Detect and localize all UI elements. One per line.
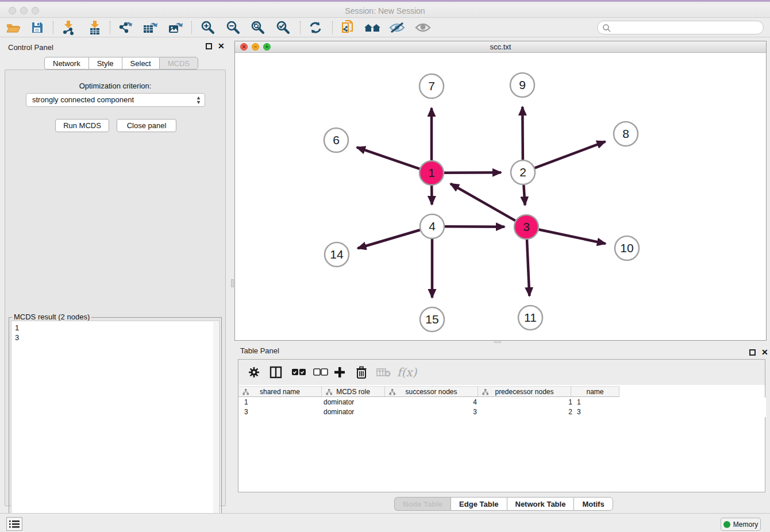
open-file-icon[interactable] xyxy=(5,20,22,36)
tab-select[interactable]: Select xyxy=(122,57,159,70)
network-window-titlebar[interactable]: × − + scc.txt xyxy=(235,41,766,53)
close-panel-icon[interactable]: ✕ xyxy=(218,43,225,49)
network-graph-canvas[interactable]: 7968124314101511 xyxy=(235,53,766,341)
table-row[interactable]: 1 dominator 4 1 1 xyxy=(238,398,766,407)
tab-network-table[interactable]: Network Table xyxy=(507,497,574,511)
mcds-result-fieldset: MCDS result (2 nodes) 1 3 xyxy=(9,317,222,532)
search-input[interactable] xyxy=(614,22,757,33)
toggle-column-view-icon[interactable] xyxy=(270,364,282,380)
toolbar-separator xyxy=(110,21,110,34)
cell-predecessor-nodes[interactable]: 1 xyxy=(479,398,572,407)
graph-edge-1-6[interactable] xyxy=(357,147,419,169)
run-mcds-button[interactable]: Run MCDS xyxy=(55,119,109,132)
result-line: 1 xyxy=(15,323,219,333)
unselect-all-columns-icon[interactable] xyxy=(313,364,328,380)
tab-network[interactable]: Network xyxy=(44,57,88,70)
graph-edge-4-3[interactable] xyxy=(445,226,505,227)
function-builder-icon[interactable]: f(x) xyxy=(397,364,417,380)
graph-node-label: 3 xyxy=(523,220,530,233)
tab-node-table[interactable]: Node Table xyxy=(394,497,451,511)
cell-name[interactable]: 3 xyxy=(577,407,581,417)
column-header-shared-name[interactable]: shared name xyxy=(238,386,322,397)
save-session-icon[interactable] xyxy=(29,20,46,36)
table-toolbar: f(x) xyxy=(238,360,765,385)
memory-button[interactable]: Memory xyxy=(721,518,761,531)
vertical-splitter[interactable] xyxy=(230,37,234,513)
sort-icon[interactable] xyxy=(326,389,332,395)
column-header-name[interactable]: name xyxy=(571,386,619,397)
delete-column-trash-icon[interactable] xyxy=(356,364,367,380)
table-panel-tabs: Node Table Edge Table Network Table Moti… xyxy=(394,497,613,511)
task-history-button[interactable] xyxy=(6,517,22,531)
control-panel-tabs: Network Style Select MCDS xyxy=(44,57,198,70)
close-panel-icon[interactable]: ✕ xyxy=(761,349,768,356)
splitter-grip[interactable] xyxy=(231,279,234,287)
float-panel-icon[interactable] xyxy=(206,43,212,49)
control-panel-buttons: ✕ xyxy=(206,43,225,49)
show-all-icon[interactable] xyxy=(414,20,432,36)
import-network-icon[interactable] xyxy=(60,20,77,36)
zoom-fit-icon[interactable] xyxy=(249,20,267,36)
cell-shared-name[interactable]: 1 xyxy=(244,398,248,407)
hide-selected-icon[interactable] xyxy=(388,20,406,36)
zoom-out-icon[interactable] xyxy=(225,20,242,36)
float-panel-icon[interactable] xyxy=(749,349,756,356)
sort-icon[interactable] xyxy=(389,389,395,395)
cell-mcds-role[interactable]: dominator xyxy=(324,398,354,407)
graph-edge-2-8[interactable] xyxy=(535,141,606,168)
toolbar-separator xyxy=(332,21,333,34)
delete-table-icon[interactable] xyxy=(376,364,391,380)
graph-edge-3-1[interactable] xyxy=(451,184,515,221)
tab-edge-table[interactable]: Edge Table xyxy=(451,497,506,511)
refresh-icon[interactable] xyxy=(307,20,324,36)
tab-motifs[interactable]: Motifs xyxy=(573,497,613,511)
zoom-selected-icon[interactable] xyxy=(275,20,292,36)
criterion-dropdown[interactable]: strongly connected component ▲▼ xyxy=(26,93,205,107)
dropdown-stepper-icon: ▲▼ xyxy=(196,95,201,105)
tab-mcds[interactable]: MCDS xyxy=(159,57,198,70)
table-row[interactable]: 3 dominator 3 2 3 xyxy=(238,407,766,417)
copy-network-icon[interactable] xyxy=(339,20,356,36)
export-table-icon[interactable] xyxy=(141,20,159,36)
cell-successor-nodes[interactable]: 4 xyxy=(385,398,477,407)
search-box[interactable] xyxy=(597,21,764,34)
column-header-predecessor-nodes[interactable]: predecessor nodes xyxy=(478,386,571,397)
table-settings-gear-icon[interactable] xyxy=(248,364,260,380)
cell-successor-nodes[interactable]: 3 xyxy=(385,407,477,417)
first-neighbors-icon[interactable] xyxy=(363,20,380,36)
export-image-icon[interactable] xyxy=(167,20,184,36)
table-panel-buttons: ✕ xyxy=(749,349,768,356)
cell-shared-name[interactable]: 3 xyxy=(244,407,248,417)
network-view-window: × − + scc.txt 7968124314101511 xyxy=(234,41,767,341)
sort-icon[interactable] xyxy=(482,389,488,395)
close-panel-button[interactable]: Close panel xyxy=(117,119,176,132)
network-window-title: scc.txt xyxy=(235,43,766,51)
select-all-columns-icon[interactable] xyxy=(291,364,306,380)
create-column-plus-icon[interactable] xyxy=(333,364,346,380)
cell-mcds-role[interactable]: dominator xyxy=(324,407,354,417)
cell-predecessor-nodes[interactable]: 2 xyxy=(479,407,572,417)
graph-edge-1-2[interactable] xyxy=(444,172,501,173)
graph-edge-2-3[interactable] xyxy=(523,185,525,205)
graph-edge-4-14[interactable] xyxy=(357,230,419,248)
graph-node-label: 7 xyxy=(428,79,435,92)
column-header-successor-nodes[interactable]: successor nodes xyxy=(385,386,478,397)
zoom-in-icon[interactable] xyxy=(199,20,217,36)
window-title: Session: New Session xyxy=(0,6,770,16)
export-network-icon[interactable] xyxy=(117,20,134,36)
main-toolbar xyxy=(0,18,770,37)
mcds-panel: Optimization criterion: strongly connect… xyxy=(5,70,226,506)
graph-edge-2-9[interactable] xyxy=(522,107,523,160)
column-header-mcds-role[interactable]: MCDS role xyxy=(322,386,385,397)
cell-name[interactable]: 1 xyxy=(577,398,581,407)
result-scrollbar[interactable] xyxy=(213,322,218,532)
status-bar: Memory xyxy=(0,513,770,532)
sort-icon[interactable] xyxy=(242,389,249,395)
graph-edge-3-11[interactable] xyxy=(527,240,529,296)
mcds-result-text[interactable]: 1 3 xyxy=(11,321,220,532)
graph-node-label: 4 xyxy=(429,219,436,233)
graph-node-label: 10 xyxy=(620,241,633,255)
graph-edge-3-10[interactable] xyxy=(539,230,606,244)
tab-style[interactable]: Style xyxy=(88,57,122,70)
import-table-icon[interactable] xyxy=(86,20,103,36)
